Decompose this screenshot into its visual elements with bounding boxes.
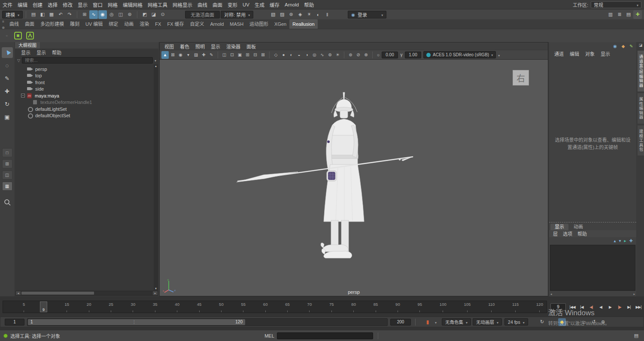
layout-two-pane-button[interactable]: ◫ [2,170,12,180]
step-back-frame-button[interactable]: |◀ [577,302,586,312]
layer-list[interactable] [550,245,635,291]
snap-to-point-icon[interactable]: ◉ [98,10,107,19]
lasso-tool-icon[interactable]: ◌ [2,60,13,71]
range-grip-icon[interactable] [132,320,136,324]
joint-xray-icon[interactable]: ⊗ [362,51,370,59]
pause-viewport-icon[interactable]: ‖ [323,10,331,19]
undo-icon[interactable]: ↶ [56,10,65,19]
scroll-right-icon[interactable] [633,292,635,296]
playback-range-block[interactable]: 1 120 [28,319,245,325]
toolbar-overflow-icon[interactable] [498,52,500,58]
move-layer-up-icon[interactable]: ▴ [614,238,616,243]
step-forward-key-button[interactable]: |▶ [615,302,624,312]
scroll-down-icon[interactable] [155,287,157,290]
toggle-tool-settings-icon[interactable]: ≣ [615,10,624,19]
filter-icon[interactable] [17,58,20,63]
menu-set-selector[interactable]: 建模 [2,11,23,18]
lock-camera-icon[interactable]: ⊠ [169,51,176,59]
move-layer-down-icon[interactable]: ▾ [619,238,621,243]
mel-label[interactable]: MEL [264,333,274,338]
viewport-menu-item[interactable]: 渲染器 [223,43,243,50]
mute-sounds-icon[interactable]: ♫ [580,318,588,326]
viewport-menu-item[interactable]: 照明 [192,43,208,50]
animation-preferences-icon[interactable]: ⊛ [599,318,607,326]
image-plane-icon[interactable]: ▨ [192,51,200,59]
expand-toggle-icon[interactable]: − [21,94,25,97]
camera-bookmark-icon[interactable]: ▾ [185,51,192,59]
fps-selector[interactable]: 24 fps [504,318,528,326]
use-default-material-icon[interactable]: ◒ [295,51,303,59]
new-layer-icon[interactable]: ✚ [629,238,633,243]
wireframe-icon[interactable]: ◇ [272,51,279,59]
step-back-key-button[interactable]: ◀| [586,302,596,312]
render-view-icon[interactable]: ▧ [269,10,277,19]
go-to-end-button[interactable]: ▶▶| [634,302,643,312]
scrollbar-thumb[interactable] [21,292,94,295]
ipr-render-icon[interactable]: ▨ [278,10,286,19]
sidebar-pin-icon[interactable]: ◪ [639,43,643,49]
time-bookmark-icon[interactable]: ▮ [424,318,431,326]
menu-item[interactable]: 曲线 [195,1,210,8]
menu-item[interactable]: 网格显示 [170,1,195,8]
layout-single-pane-button[interactable]: □ [2,148,12,157]
make-live-icon[interactable]: ⊚ [125,10,134,19]
viewport-canvas[interactable]: 右 y x z persp [160,60,548,296]
zoom-tool-icon[interactable] [2,197,13,207]
lock-selection-icon[interactable]: ◆ [620,43,626,49]
outliner-item-persp[interactable]: persp [15,66,158,73]
pin-panel-icon[interactable]: ◉ [612,43,618,49]
motion-blur-icon[interactable]: ∿ [319,51,326,59]
input-connections-icon[interactable]: ◩ [140,10,149,19]
exposure-field[interactable] [382,52,398,58]
shelf-tab[interactable]: FX [152,19,164,29]
menu-item[interactable]: 创建 [30,1,45,8]
hypershade-icon[interactable]: ◈ [296,10,304,19]
animation-end-field[interactable] [390,319,411,326]
layer-editor-menu-item[interactable]: 帮助 [575,230,589,237]
workspace-dropdown[interactable]: 常规 [591,1,641,8]
timeline-strip[interactable]: 5101520253035404550556065707580859095100… [3,301,547,313]
shelf-tab[interactable]: 曲线 [6,19,22,29]
menu-item[interactable]: 曲面 [210,1,225,8]
safe-action-icon[interactable]: ⊟ [252,51,259,59]
render-settings-icon[interactable]: ⊛ [287,10,295,19]
shelf-tab[interactable]: 曲面 [22,19,37,29]
chevron-down-icon[interactable] [155,58,156,63]
channel-box-menu-item[interactable]: 显示 [598,50,613,57]
step-forward-frame-button[interactable]: ▶| [624,302,634,312]
shelf-tab[interactable]: 渲染 [137,19,152,29]
cached-playback-icon[interactable]: ↺ [590,318,598,326]
shelf-tab[interactable]: 多边形建模 [37,19,67,29]
output-connections-icon[interactable]: ◪ [149,10,158,19]
outliner-item-front[interactable]: front [15,79,158,86]
gate-mask-icon[interactable]: ▣ [236,51,243,59]
scroll-right-icon[interactable] [153,291,158,295]
move-tool-icon[interactable]: ✚ [2,86,13,97]
current-frame-marker[interactable]: 9 [40,301,47,312]
outliner-menu-item[interactable]: 帮助 [49,49,64,56]
layer-scrollbar[interactable] [549,292,636,296]
menu-item[interactable]: Arnold [282,2,301,7]
channel-box-menu-item[interactable]: 通道 [552,50,566,57]
field-chart-icon[interactable]: ⊞ [244,51,251,59]
menu-item[interactable]: 文件 [0,1,15,8]
shelf-tab[interactable]: Reallusion [289,19,317,29]
shelf-tab[interactable]: FX 缓存 [164,19,187,29]
shelf-menu-icon[interactable] [2,18,4,24]
channel-box-menu-item[interactable]: 编辑 [567,50,582,57]
range-slider-track[interactable]: 1 120 [27,318,388,326]
menu-item[interactable]: UV [240,2,252,7]
outliner-item-default-light-set[interactable]: defaultLightSet [15,106,158,113]
smooth-shade-icon[interactable]: ● [280,51,287,59]
playback-loop-icon[interactable]: ↻ [538,318,546,326]
empty-layer-icon[interactable]: ▸ [624,238,626,243]
two-d-pan-zoom-icon[interactable]: ✚ [200,51,207,59]
animation-start-field[interactable] [5,319,24,326]
paint-select-tool-icon[interactable]: ✎ [2,73,13,84]
symmetry-selector[interactable]: 对称: 禁用 [221,11,253,18]
current-frame-field[interactable] [550,303,566,311]
scroll-up-icon[interactable] [155,64,157,68]
viewport-menu-item[interactable]: 视图 [161,43,177,50]
textured-icon[interactable]: ◐ [288,51,295,59]
shelf-tab[interactable]: 动画 [121,19,137,29]
